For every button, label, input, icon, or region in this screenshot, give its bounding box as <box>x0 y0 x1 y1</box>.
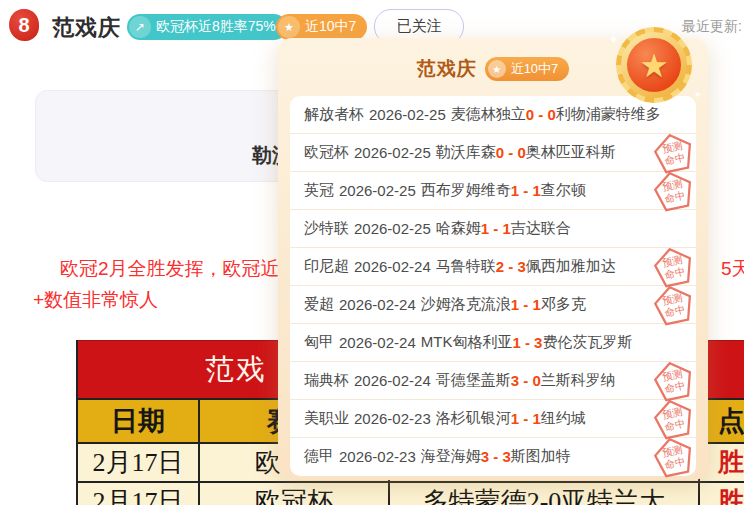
cell-event: 欧冠杯 <box>200 483 390 505</box>
match-away: 奥林匹亚科斯 <box>526 143 616 162</box>
promo-text-line1: 欧冠2月全胜发挥，欧冠近 <box>60 256 280 282</box>
match-away: 兰斯科罗纳 <box>541 371 616 390</box>
match-away: 纽约城 <box>541 409 586 428</box>
logo-glyph: 8 <box>18 14 29 37</box>
match-away: 吉达联合 <box>511 219 571 238</box>
match-row[interactable]: 英冠 2026-02-25 西布罗姆维奇 1 - 1 查尔顿 预测命中 <box>290 172 696 210</box>
match-home: 西布罗姆维奇 <box>421 181 511 200</box>
match-date: 2026-02-23 <box>339 448 416 465</box>
match-league: 沙特联 <box>304 219 349 238</box>
match-league: 印尼超 <box>304 257 349 276</box>
match-score: 0 - 0 <box>496 144 526 161</box>
match-score: 0 - 0 <box>526 106 556 123</box>
match-score: 1 - 1 <box>511 410 541 427</box>
match-home: MTK匈格利亚 <box>421 333 513 352</box>
site-logo-icon[interactable]: 8 <box>9 9 39 41</box>
match-home: 马鲁特联 <box>436 257 496 276</box>
match-home: 洛杉矶银河 <box>436 409 511 428</box>
match-league: 爱超 <box>304 295 334 314</box>
star-icon: ★ <box>278 16 300 38</box>
expert-name: 范戏庆 <box>52 13 121 43</box>
table-row: 2月17日 欧冠杯 多特蒙德2-0亚特兰大 胜 <box>78 481 744 505</box>
match-away: 查尔顿 <box>541 181 586 200</box>
match-row[interactable]: 解放者杯 2026-02-25 麦德林独立 0 - 0 利物浦蒙特维多 预测命中 <box>290 96 696 134</box>
win-rate-badge: ↗ 欧冠杯近8胜率75% <box>127 14 287 40</box>
recent-hits-badge: ★ 近10中7 <box>276 14 367 40</box>
match-away: 斯图加特 <box>511 447 571 466</box>
win-rate-badge-label: 欧冠杯近8胜率75% <box>156 18 276 36</box>
match-league: 解放者杯 <box>304 105 364 124</box>
match-home: 勒沃库森 <box>436 143 496 162</box>
last-update-label: 最近更新: <box>682 18 742 36</box>
popup-expert-name: 范戏庆 <box>417 56 477 82</box>
match-home: 沙姆洛克流浪 <box>421 295 511 314</box>
expert-recent-results-popup: 范戏庆 ★ 近10中7 解放者杯 2026-02-25 麦德林独立 0 - 0 … <box>278 38 708 480</box>
arrow-up-icon: ↗ <box>129 16 151 38</box>
match-row[interactable]: 欧冠杯 2026-02-25 勒沃库森 0 - 0 奥林匹亚科斯 预测命中 <box>290 134 696 172</box>
promo-text-line2: +数值非常惊人 <box>33 287 158 313</box>
match-league: 瑞典杯 <box>304 371 349 390</box>
recent-hits-badge-label: 近10中7 <box>305 18 356 36</box>
star-icon: ★ <box>488 60 506 78</box>
cell-date: 2月17日 <box>78 483 200 505</box>
match-list: 解放者杯 2026-02-25 麦德林独立 0 - 0 利物浦蒙特维多 预测命中… <box>290 96 696 476</box>
cell-detail: 多特蒙德2-0亚特兰大 <box>390 483 700 505</box>
match-league: 英冠 <box>304 181 334 200</box>
match-score: 1 - 1 <box>511 296 541 313</box>
prediction-hit-stamp-icon: 预测命中 <box>649 432 698 481</box>
match-date: 2026-02-25 <box>339 182 416 199</box>
match-league: 欧冠杯 <box>304 143 349 162</box>
match-away: 费伦茨瓦罗斯 <box>542 333 632 352</box>
match-league: 美职业 <box>304 409 349 428</box>
match-away: 利物浦蒙特维多 <box>556 105 661 124</box>
promo-text-line1-right: 5天 <box>721 256 744 282</box>
match-score: 3 - 3 <box>481 448 511 465</box>
match-row[interactable]: 印尼超 2026-02-24 马鲁特联 2 - 3 佩西加雅加达 预测命中 <box>290 248 696 286</box>
match-score: 1 - 3 <box>512 334 542 351</box>
match-score: 2 - 3 <box>496 258 526 275</box>
page: 8 范戏庆 ↗ 欧冠杯近8胜率75% ★ 近10中7 已关注 最近更新: 勒沃 … <box>0 0 744 505</box>
cell-date: 2月17日 <box>78 444 200 481</box>
match-row[interactable]: 美职业 2026-02-23 洛杉矶银河 1 - 1 纽约城 预测命中 <box>290 400 696 438</box>
match-away: 邓多克 <box>541 295 586 314</box>
match-row[interactable]: 德甲 2026-02-23 海登海姆 3 - 3 斯图加特 预测命中 <box>290 438 696 475</box>
match-row[interactable]: 匈甲 2026-02-24 MTK匈格利亚 1 - 3 费伦茨瓦罗斯 预测命中 <box>290 324 696 362</box>
match-date: 2026-02-25 <box>354 220 431 237</box>
match-away: 佩西加雅加达 <box>526 257 616 276</box>
match-date: 2026-02-24 <box>354 372 431 389</box>
match-row[interactable]: 瑞典杯 2026-02-24 哥德堡盖斯 3 - 0 兰斯科罗纳 预测命中 <box>290 362 696 400</box>
match-league: 匈甲 <box>304 333 334 352</box>
match-score: 3 - 0 <box>511 372 541 389</box>
history-table-title-text: 范戏 <box>205 350 267 390</box>
prediction-hit-stamp-icon: 预测命中 <box>649 280 698 329</box>
match-league: 德甲 <box>304 447 334 466</box>
match-home: 哈森姆 <box>436 219 481 238</box>
match-date: 2026-02-23 <box>354 410 431 427</box>
prediction-hit-stamp-icon: 预测命中 <box>649 166 698 215</box>
match-home: 麦德林独立 <box>451 105 526 124</box>
match-score: 1 - 1 <box>511 182 541 199</box>
match-home: 哥德堡盖斯 <box>436 371 511 390</box>
match-row[interactable]: 爱超 2026-02-24 沙姆洛克流浪 1 - 1 邓多克 预测命中 <box>290 286 696 324</box>
header-date: 日期 <box>78 400 200 442</box>
match-date: 2026-02-25 <box>354 144 431 161</box>
popup-header: 范戏庆 ★ 近10中7 <box>278 38 708 83</box>
match-home: 海登海姆 <box>421 447 481 466</box>
popup-hits-badge-label: 近10中7 <box>511 60 559 78</box>
match-date: 2026-02-25 <box>369 106 446 123</box>
cell-result: 胜 <box>700 483 744 505</box>
popup-hits-badge: ★ 近10中7 <box>485 57 570 81</box>
match-score: 1 - 1 <box>481 220 511 237</box>
match-date: 2026-02-24 <box>339 296 416 313</box>
match-date: 2026-02-24 <box>354 258 431 275</box>
match-row[interactable]: 沙特联 2026-02-25 哈森姆 1 - 1 吉达联合 预测命中 <box>290 210 696 248</box>
match-date: 2026-02-24 <box>339 334 416 351</box>
